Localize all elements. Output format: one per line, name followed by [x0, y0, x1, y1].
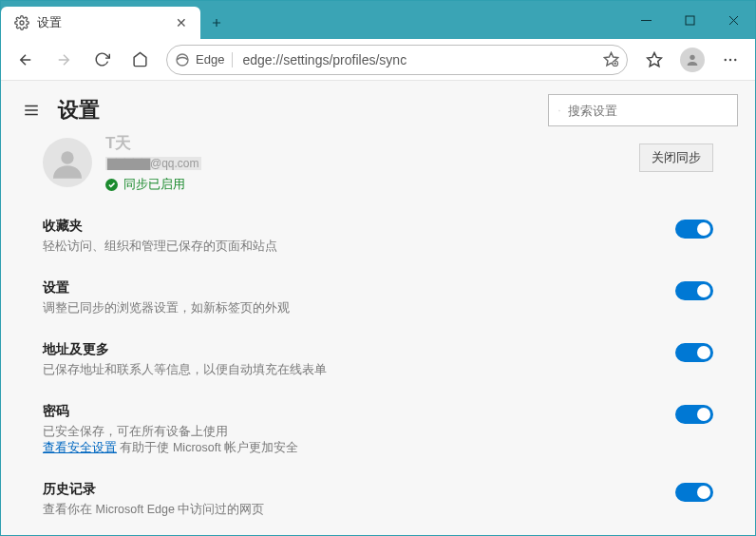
site-identity-chip[interactable]: Edge: [175, 52, 233, 67]
back-button[interactable]: [9, 43, 43, 77]
edge-logo-icon: [175, 52, 190, 67]
sync-items-list: 收藏夹轻松访问、组织和管理已保存的页面和站点 设置调整已同步的浏览器设置，如新标…: [1, 206, 755, 535]
profile-avatar: [43, 138, 92, 187]
avatar-icon: [48, 144, 86, 182]
address-bar[interactable]: Edge edge://settings/profiles/sync: [166, 45, 628, 75]
toggle-favorites[interactable]: [675, 220, 713, 239]
tab-title: 设置: [37, 15, 172, 31]
tab-close-button[interactable]: ✕: [172, 13, 191, 32]
toolbar: Edge edge://settings/profiles/sync: [1, 39, 755, 81]
profile-button[interactable]: [675, 43, 709, 77]
titlebar: 设置 ✕: [1, 1, 755, 39]
svg-point-9: [734, 58, 736, 60]
sync-status: 同步已启用: [105, 177, 626, 193]
item-title: 密码: [43, 403, 675, 420]
profile-email: ▇▇▇▇▇@qq.com: [105, 157, 201, 170]
browser-tab[interactable]: 设置 ✕: [1, 7, 200, 39]
page-title: 设置: [58, 96, 535, 124]
security-settings-link[interactable]: 查看安全设置: [43, 441, 117, 454]
svg-point-0: [20, 21, 24, 25]
close-sync-button[interactable]: 关闭同步: [639, 144, 713, 172]
more-button[interactable]: [713, 43, 747, 77]
url-text: edge://settings/profiles/sync: [233, 52, 603, 67]
toggle-addresses[interactable]: [675, 343, 713, 362]
item-title: 设置: [43, 279, 675, 297]
window-minimize-button[interactable]: [624, 1, 668, 39]
toggle-settings[interactable]: [675, 281, 713, 300]
item-desc: 已保存地址和联系人等信息，以便自动填充在线表单: [43, 362, 675, 378]
item-desc: 查看你在 Microsoft Edge 中访问过的网页: [43, 502, 675, 518]
new-tab-button[interactable]: [200, 7, 233, 39]
settings-search-input[interactable]: [568, 104, 728, 118]
svg-point-11: [61, 151, 73, 163]
checkmark-icon: [105, 179, 118, 191]
profile-name: T天: [105, 132, 626, 154]
svg-point-10: [558, 109, 559, 110]
refresh-button[interactable]: [85, 43, 119, 77]
gear-icon: [14, 15, 29, 30]
site-identity-label: Edge: [196, 52, 224, 67]
item-desc: 已安全保存，可在所有设备上使用查看安全设置 有助于使 Microsoft 帐户更…: [43, 424, 675, 456]
home-button[interactable]: [123, 43, 157, 77]
avatar-icon: [685, 52, 700, 67]
svg-point-6: [690, 54, 694, 59]
settings-menu-button[interactable]: [18, 97, 45, 124]
toggle-passwords[interactable]: [675, 405, 713, 424]
item-desc: 调整已同步的浏览器设置，如新标签页的外观: [43, 300, 675, 316]
sync-status-label: 同步已启用: [123, 177, 185, 193]
svg-point-2: [177, 54, 188, 66]
settings-search[interactable]: [548, 94, 738, 126]
svg-marker-5: [648, 52, 662, 66]
window-maximize-button[interactable]: [668, 1, 711, 39]
item-title: 地址及更多: [43, 341, 675, 358]
svg-rect-1: [686, 16, 694, 25]
item-desc: 轻松访问、组织和管理已保存的页面和站点: [43, 239, 675, 255]
svg-point-7: [725, 58, 727, 60]
window-close-button[interactable]: [711, 1, 755, 39]
forward-button[interactable]: [47, 43, 81, 77]
add-favorite-button[interactable]: [603, 51, 619, 67]
item-title: 收藏夹: [43, 218, 675, 235]
item-title: 历史记录: [43, 481, 675, 498]
svg-point-8: [729, 58, 731, 60]
favorites-button[interactable]: [637, 43, 671, 77]
toggle-history[interactable]: [675, 483, 713, 502]
search-icon: [558, 104, 560, 118]
